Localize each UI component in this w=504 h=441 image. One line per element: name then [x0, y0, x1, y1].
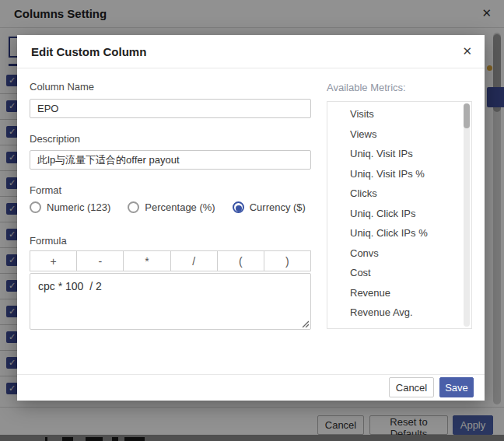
radio-label: Currency ($): [250, 201, 306, 213]
radio-label: Percentage (%): [145, 201, 215, 213]
metrics-scrollbar-thumb[interactable]: [464, 103, 470, 128]
metric-item-revenue[interactable]: Revenue: [327, 283, 471, 303]
metric-item-cost[interactable]: Cost: [327, 263, 471, 283]
metric-item-visits[interactable]: Visits: [327, 104, 471, 124]
format-radio-percentage[interactable]: Percentage (%): [128, 201, 215, 213]
operator-divide-button[interactable]: /: [170, 250, 218, 271]
radio-selected-icon: [233, 201, 244, 213]
column-name-input[interactable]: [30, 99, 311, 118]
column-name-label: Column Name: [30, 81, 94, 93]
metric-item-uniq-click-ips-pct[interactable]: Uniq. Click IPs %: [327, 223, 471, 243]
modal-cancel-button[interactable]: Cancel: [389, 377, 434, 397]
description-input[interactable]: [30, 150, 311, 170]
format-radio-numeric[interactable]: Numeric (123): [30, 201, 110, 213]
operator-minus-button[interactable]: -: [76, 250, 124, 271]
operator-plus-button[interactable]: +: [30, 250, 77, 271]
metric-item-uniq-click-ips[interactable]: Uniq. Click IPs: [327, 204, 471, 224]
available-metrics-list: Visits Views Uniq. Visit IPs Uniq. Visit…: [327, 101, 472, 329]
operator-open-paren-button[interactable]: (: [217, 250, 264, 271]
screen: Columns Setting ✕ ✓ ✓ ✓ ✓ ✓ ✓ ✓ ✓ ✓ ✓ ✓ …: [0, 0, 504, 441]
metric-item-uniq-visit-ips-pct[interactable]: Uniq. Visit IPs %: [327, 164, 471, 184]
metric-item-views[interactable]: Views: [327, 124, 471, 145]
edit-custom-column-modal: Edit Custom Column ✕ Column Name Descrip…: [17, 35, 485, 401]
format-label: Format: [30, 184, 61, 196]
modal-save-button[interactable]: Save: [439, 377, 474, 397]
formula-label: Formula: [30, 235, 67, 247]
metric-item-convs[interactable]: Convs: [327, 243, 471, 264]
operator-close-paren-button[interactable]: ): [264, 250, 311, 271]
description-label: Description: [30, 133, 80, 145]
modal-title: Edit Custom Column: [31, 45, 146, 58]
format-radio-group: Numeric (123) Percentage (%) Currency ($…: [30, 201, 306, 213]
metric-item-clipped: -: [327, 323, 471, 330]
metric-item-uniq-visit-ips[interactable]: Uniq. Visit IPs: [327, 144, 471, 164]
metrics-scrollbar-track[interactable]: [464, 103, 470, 327]
metric-item-revenue-avg[interactable]: Revenue Avg.: [327, 303, 471, 323]
modal-close-icon[interactable]: ✕: [462, 44, 472, 58]
metric-item-clicks[interactable]: Clicks: [327, 184, 471, 204]
formula-operator-row: + - * / ( ): [30, 250, 311, 271]
radio-icon: [128, 201, 139, 213]
available-metrics-label: Available Metrics:: [327, 82, 406, 93]
modal-footer: Cancel Save: [17, 374, 485, 401]
formula-field-wrap: cpc * 100 / 2: [30, 273, 311, 330]
format-radio-currency[interactable]: Currency ($): [233, 201, 306, 213]
radio-icon: [30, 201, 41, 213]
radio-label: Numeric (123): [47, 201, 110, 213]
modal-header: Edit Custom Column ✕: [17, 35, 485, 68]
formula-textarea[interactable]: cpc * 100 / 2: [30, 273, 311, 330]
operator-multiply-button[interactable]: *: [123, 250, 170, 271]
